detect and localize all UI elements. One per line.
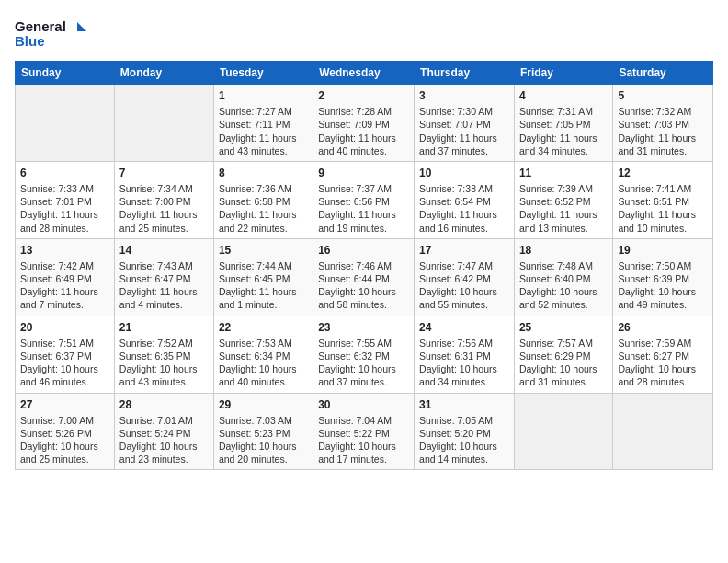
calendar-cell: 31Sunrise: 7:05 AMSunset: 5:20 PMDayligh…: [415, 393, 515, 470]
weekday-header: Thursday: [415, 62, 515, 85]
cell-data: Sunrise: 7:38 AMSunset: 6:54 PMDaylight:…: [419, 182, 509, 235]
svg-text:General: General: [15, 18, 66, 34]
calendar-cell: 3Sunrise: 7:30 AMSunset: 7:07 PMDaylight…: [415, 85, 515, 162]
day-number: 3: [419, 88, 509, 103]
calendar-cell: 27Sunrise: 7:00 AMSunset: 5:26 PMDayligh…: [16, 393, 115, 470]
day-number: 6: [20, 166, 109, 180]
calendar-cell: 18Sunrise: 7:48 AMSunset: 6:40 PMDayligh…: [514, 238, 612, 316]
day-number: 29: [219, 397, 308, 412]
calendar-cell: 29Sunrise: 7:03 AMSunset: 5:23 PMDayligh…: [213, 393, 313, 470]
cell-data: Sunrise: 7:04 AMSunset: 5:22 PMDaylight:…: [318, 414, 409, 466]
day-number: 21: [119, 320, 209, 335]
svg-marker-2: [77, 22, 86, 31]
calendar-cell: 15Sunrise: 7:44 AMSunset: 6:45 PMDayligh…: [213, 238, 313, 316]
calendar-cell: 6Sunrise: 7:33 AMSunset: 7:01 PMDaylight…: [16, 161, 115, 238]
day-number: 13: [20, 243, 109, 258]
svg-text:Blue: Blue: [15, 33, 45, 49]
day-number: 14: [119, 243, 209, 258]
calendar-cell: [613, 393, 713, 470]
cell-data: Sunrise: 7:50 AMSunset: 6:39 PMDaylight:…: [618, 259, 708, 312]
weekday-header-row: SundayMondayTuesdayWednesdayThursdayFrid…: [16, 62, 713, 85]
cell-data: Sunrise: 7:53 AMSunset: 6:34 PMDaylight:…: [219, 337, 308, 389]
calendar-cell: 17Sunrise: 7:47 AMSunset: 6:42 PMDayligh…: [415, 238, 515, 316]
day-number: 20: [20, 320, 109, 335]
weekday-header: Sunday: [16, 62, 115, 85]
cell-data: Sunrise: 7:33 AMSunset: 7:01 PMDaylight:…: [20, 182, 109, 235]
calendar-cell: 11Sunrise: 7:39 AMSunset: 6:52 PMDayligh…: [514, 161, 612, 238]
calendar-cell: 16Sunrise: 7:46 AMSunset: 6:44 PMDayligh…: [313, 238, 415, 316]
calendar-cell: 14Sunrise: 7:43 AMSunset: 6:47 PMDayligh…: [114, 238, 213, 316]
calendar-cell: 20Sunrise: 7:51 AMSunset: 6:37 PMDayligh…: [16, 316, 115, 393]
cell-data: Sunrise: 7:28 AMSunset: 7:09 PMDaylight:…: [318, 105, 409, 157]
cell-data: Sunrise: 7:56 AMSunset: 6:31 PMDaylight:…: [419, 337, 509, 389]
day-number: 23: [318, 320, 409, 335]
calendar-cell: 28Sunrise: 7:01 AMSunset: 5:24 PMDayligh…: [114, 393, 213, 470]
cell-data: Sunrise: 7:03 AMSunset: 5:23 PMDaylight:…: [219, 414, 308, 466]
day-number: 25: [519, 320, 608, 335]
calendar-cell: [114, 85, 213, 162]
day-number: 30: [318, 397, 409, 412]
calendar-cell: 13Sunrise: 7:42 AMSunset: 6:49 PMDayligh…: [16, 238, 115, 316]
day-number: 1: [219, 88, 308, 103]
cell-data: Sunrise: 7:42 AMSunset: 6:49 PMDaylight:…: [20, 259, 109, 312]
day-number: 4: [519, 88, 608, 103]
cell-data: Sunrise: 7:30 AMSunset: 7:07 PMDaylight:…: [419, 105, 509, 157]
day-number: 31: [419, 397, 509, 412]
day-number: 11: [519, 166, 608, 180]
calendar-week-row: 1Sunrise: 7:27 AMSunset: 7:11 PMDaylight…: [16, 85, 713, 162]
calendar-week-row: 27Sunrise: 7:00 AMSunset: 5:26 PMDayligh…: [16, 393, 713, 470]
day-number: 8: [219, 166, 308, 180]
weekday-header: Monday: [114, 62, 213, 85]
weekday-header: Wednesday: [313, 62, 415, 85]
cell-data: Sunrise: 7:05 AMSunset: 5:20 PMDaylight:…: [419, 414, 509, 466]
day-number: 9: [318, 166, 409, 180]
calendar-cell: 19Sunrise: 7:50 AMSunset: 6:39 PMDayligh…: [613, 238, 713, 316]
cell-data: Sunrise: 7:55 AMSunset: 6:32 PMDaylight:…: [318, 337, 409, 389]
day-number: 7: [119, 166, 209, 180]
day-number: 24: [419, 320, 509, 335]
weekday-header: Tuesday: [213, 62, 313, 85]
calendar-cell: 26Sunrise: 7:59 AMSunset: 6:27 PMDayligh…: [613, 316, 713, 393]
logo: GeneralBlue: [15, 15, 88, 52]
day-number: 18: [519, 243, 608, 258]
calendar-cell: 7Sunrise: 7:34 AMSunset: 7:00 PMDaylight…: [114, 161, 213, 238]
calendar-cell: 9Sunrise: 7:37 AMSunset: 6:56 PMDaylight…: [313, 161, 415, 238]
calendar-cell: 24Sunrise: 7:56 AMSunset: 6:31 PMDayligh…: [415, 316, 515, 393]
day-number: 12: [618, 166, 708, 180]
calendar-cell: 22Sunrise: 7:53 AMSunset: 6:34 PMDayligh…: [213, 316, 313, 393]
calendar-cell: 25Sunrise: 7:57 AMSunset: 6:29 PMDayligh…: [514, 316, 612, 393]
weekday-header: Saturday: [613, 62, 713, 85]
day-number: 27: [20, 397, 109, 412]
calendar-table: SundayMondayTuesdayWednesdayThursdayFrid…: [15, 61, 713, 470]
day-number: 5: [618, 88, 708, 103]
logo-svg: GeneralBlue: [15, 15, 88, 52]
cell-data: Sunrise: 7:59 AMSunset: 6:27 PMDaylight:…: [618, 337, 708, 389]
day-number: 16: [318, 243, 409, 258]
cell-data: Sunrise: 7:39 AMSunset: 6:52 PMDaylight:…: [519, 182, 608, 235]
cell-data: Sunrise: 7:43 AMSunset: 6:47 PMDaylight:…: [119, 259, 209, 312]
cell-data: Sunrise: 7:00 AMSunset: 5:26 PMDaylight:…: [20, 414, 109, 466]
calendar-cell: 5Sunrise: 7:32 AMSunset: 7:03 PMDaylight…: [613, 85, 713, 162]
calendar-week-row: 6Sunrise: 7:33 AMSunset: 7:01 PMDaylight…: [16, 161, 713, 238]
calendar-cell: 12Sunrise: 7:41 AMSunset: 6:51 PMDayligh…: [613, 161, 713, 238]
cell-data: Sunrise: 7:46 AMSunset: 6:44 PMDaylight:…: [318, 259, 409, 312]
day-number: 19: [618, 243, 708, 258]
cell-data: Sunrise: 7:31 AMSunset: 7:05 PMDaylight:…: [519, 105, 608, 157]
calendar-cell: 23Sunrise: 7:55 AMSunset: 6:32 PMDayligh…: [313, 316, 415, 393]
calendar-cell: 4Sunrise: 7:31 AMSunset: 7:05 PMDaylight…: [514, 85, 612, 162]
cell-data: Sunrise: 7:41 AMSunset: 6:51 PMDaylight:…: [618, 182, 708, 235]
cell-data: Sunrise: 7:37 AMSunset: 6:56 PMDaylight:…: [318, 182, 409, 235]
cell-data: Sunrise: 7:01 AMSunset: 5:24 PMDaylight:…: [119, 414, 209, 466]
day-number: 22: [219, 320, 308, 335]
cell-data: Sunrise: 7:36 AMSunset: 6:58 PMDaylight:…: [219, 182, 308, 235]
cell-data: Sunrise: 7:48 AMSunset: 6:40 PMDaylight:…: [519, 259, 608, 312]
calendar-cell: 1Sunrise: 7:27 AMSunset: 7:11 PMDaylight…: [213, 85, 313, 162]
cell-data: Sunrise: 7:44 AMSunset: 6:45 PMDaylight:…: [219, 259, 308, 312]
cell-data: Sunrise: 7:47 AMSunset: 6:42 PMDaylight:…: [419, 259, 509, 312]
header: GeneralBlue: [15, 15, 713, 52]
day-number: 26: [618, 320, 708, 335]
cell-data: Sunrise: 7:57 AMSunset: 6:29 PMDaylight:…: [519, 337, 608, 389]
calendar-cell: [16, 85, 115, 162]
calendar-cell: 2Sunrise: 7:28 AMSunset: 7:09 PMDaylight…: [313, 85, 415, 162]
day-number: 17: [419, 243, 509, 258]
